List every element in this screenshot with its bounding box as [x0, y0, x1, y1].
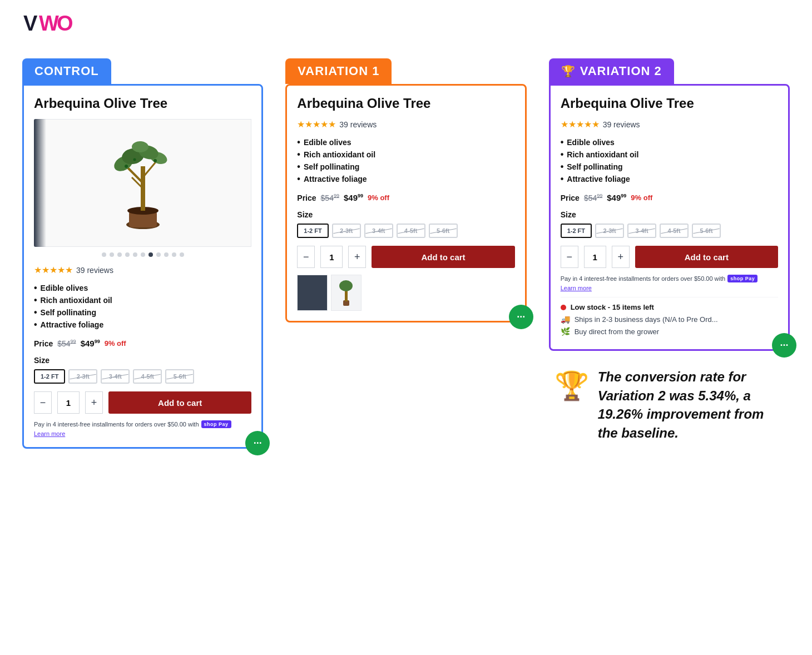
- variation2-product-title: Arbequina Olive Tree: [561, 96, 778, 111]
- variation1-panel: VARIATION 1 Arbequina Olive Tree ★★★★★ 3…: [285, 58, 526, 322]
- v2-low-stock-text: Low stock - 15 items left: [571, 303, 654, 311]
- control-stars: ★★★★★: [34, 265, 73, 275]
- size-1-2ft[interactable]: 1-2 FT: [34, 369, 65, 384]
- size-4-5ft[interactable]: 4-5ft: [133, 369, 162, 384]
- v1-feature-3: Self pollinating: [297, 161, 514, 173]
- variation2-stars-row: ★★★★★ 39 reviews: [561, 119, 778, 130]
- v1-add-to-cart-button[interactable]: Add to cart: [372, 246, 514, 268]
- v2-size-5-6ft[interactable]: 5-6ft: [692, 224, 721, 238]
- v1-size-3-4ft[interactable]: 3-4ft: [364, 224, 393, 238]
- v2-feature-1: Edible olives: [561, 136, 778, 148]
- left-gradient: [34, 119, 46, 247]
- v2-size-1-2ft[interactable]: 1-2 FT: [561, 224, 592, 238]
- chat-bubble-v1[interactable]: ···: [509, 305, 533, 329]
- dot-7-active[interactable]: [148, 252, 153, 257]
- add-to-cart-button[interactable]: Add to cart: [108, 391, 251, 414]
- v2-size-3-4ft[interactable]: 3-4ft: [627, 224, 656, 238]
- v2-size-2-3ft[interactable]: 2-3ft: [595, 224, 624, 238]
- v2-learn-more-link[interactable]: Learn more: [561, 285, 592, 291]
- control-shop-pay: Pay in 4 interest-free installments for …: [34, 420, 251, 437]
- control-size-label: Size: [34, 356, 251, 365]
- variation2-price-row: Price $5499 $4999 9% off: [561, 193, 778, 202]
- v2-price-label: Price: [561, 193, 580, 202]
- qty-increase[interactable]: +: [85, 391, 103, 414]
- v1-qty-increase[interactable]: +: [348, 246, 366, 268]
- control-price-original: $5499: [57, 339, 76, 348]
- v2-qty-increase[interactable]: +: [612, 246, 630, 268]
- shop-pay-badge: shop Pay: [201, 420, 231, 428]
- variation1-stars: ★★★★★: [297, 119, 336, 130]
- v1-thumb-1[interactable]: [297, 275, 328, 311]
- dot-4[interactable]: [125, 252, 130, 257]
- v1-size-2-3ft[interactable]: 2-3ft: [332, 224, 361, 238]
- dot-3[interactable]: [117, 252, 122, 257]
- qty-decrease[interactable]: −: [34, 391, 52, 414]
- control-tab: CONTROL: [22, 58, 111, 84]
- v2-shop-pay-text: Pay in 4 interest-free installments for …: [561, 275, 726, 282]
- dot-9[interactable]: [164, 252, 169, 257]
- leaf-icon: 🌿: [561, 327, 570, 336]
- v1-feature-2: Rich antioxidant oil: [297, 148, 514, 161]
- conversion-trophy-icon: 🏆: [554, 370, 589, 402]
- v1-thumb-2[interactable]: [331, 275, 362, 311]
- size-5-6ft[interactable]: 5-6ft: [165, 369, 194, 384]
- dot-10[interactable]: [172, 252, 176, 257]
- shop-pay-text: Pay in 4 interest-free installments for …: [34, 421, 199, 428]
- conversion-text: The conversion rate for Variation 2 was …: [598, 368, 784, 442]
- feature-3: Self pollinating: [34, 306, 251, 319]
- v2-feature-3: Self pollinating: [561, 161, 778, 173]
- feature-1: Edible olives: [34, 282, 251, 294]
- variation1-tab-label: VARIATION 1: [298, 64, 379, 78]
- learn-more-link[interactable]: Learn more: [34, 430, 65, 437]
- control-size-grid: 1-2 FT 2-3ft 3-4ft 4-5ft 5-6ft: [34, 369, 251, 384]
- v1-qty-input[interactable]: [320, 246, 343, 268]
- dot-6[interactable]: [141, 252, 145, 257]
- size-3-4ft[interactable]: 3-4ft: [101, 369, 130, 384]
- chat-bubble-control[interactable]: ···: [245, 431, 270, 455]
- chat-bubble-v2[interactable]: ···: [772, 333, 796, 358]
- v1-size-1-2ft[interactable]: 1-2 FT: [297, 224, 328, 238]
- v2-size-4-5ft[interactable]: 4-5ft: [660, 224, 689, 238]
- panels-container: CONTROL Arbequina Olive Tree: [11, 58, 801, 449]
- v1-size-5-6ft[interactable]: 5-6ft: [429, 224, 458, 238]
- v1-size-4-5ft[interactable]: 4-5ft: [397, 224, 425, 238]
- size-2-3ft[interactable]: 2-3ft: [68, 369, 97, 384]
- dot-2[interactable]: [110, 252, 114, 257]
- v1-chat-dots: ···: [517, 311, 525, 323]
- v1-qty-decrease[interactable]: −: [297, 246, 315, 268]
- dot-11[interactable]: [180, 252, 184, 257]
- control-cart-row: − + Add to cart: [34, 391, 251, 414]
- variation2-reviews: 39 reviews: [603, 120, 640, 129]
- control-image-dots: [34, 252, 251, 257]
- v2-qty-input[interactable]: [584, 246, 606, 268]
- dot-5[interactable]: [133, 252, 137, 257]
- feature-2: Rich antioxidant oil: [34, 294, 251, 306]
- logo: V W O: [11, 11, 801, 36]
- v2-buy-direct-text: Buy direct from the grower: [575, 328, 659, 336]
- v2-shop-pay-badge: shop Pay: [727, 275, 757, 282]
- v1-price-label: Price: [297, 193, 316, 202]
- v2-qty-decrease[interactable]: −: [561, 246, 578, 268]
- svg-point-20: [339, 280, 353, 291]
- v2-ships-row: 🚚 Ships in 2-3 business days (N/A to Pre…: [561, 315, 778, 324]
- vwo-logo-svg: V W O: [22, 11, 72, 36]
- svg-text:O: O: [57, 12, 72, 35]
- v2-shop-pay: Pay in 4 interest-free installments for …: [561, 275, 778, 291]
- variation1-product-title: Arbequina Olive Tree: [297, 96, 514, 111]
- v2-add-to-cart-button[interactable]: Add to cart: [635, 246, 778, 268]
- v1-thumb-plant: [336, 279, 356, 307]
- control-image-container: [34, 119, 251, 247]
- feature-4: Attractive foliage: [34, 319, 251, 331]
- v2-low-stock-row: Low stock - 15 items left: [561, 303, 778, 311]
- dot-1[interactable]: [102, 252, 106, 257]
- v2-stock-info: Low stock - 15 items left 🚚 Ships in 2-3…: [561, 297, 778, 336]
- variation1-tab: VARIATION 1: [285, 58, 392, 84]
- chat-dots: ···: [254, 438, 262, 449]
- trophy-icon: 🏆: [561, 64, 576, 78]
- dot-8[interactable]: [156, 252, 161, 257]
- qty-input[interactable]: [57, 391, 80, 414]
- variation1-price-row: Price $5499 $4999 9% off: [297, 193, 514, 202]
- v1-price-off: 9% off: [368, 193, 389, 202]
- svg-point-15: [125, 165, 128, 168]
- v1-thumb-strip: [297, 275, 514, 311]
